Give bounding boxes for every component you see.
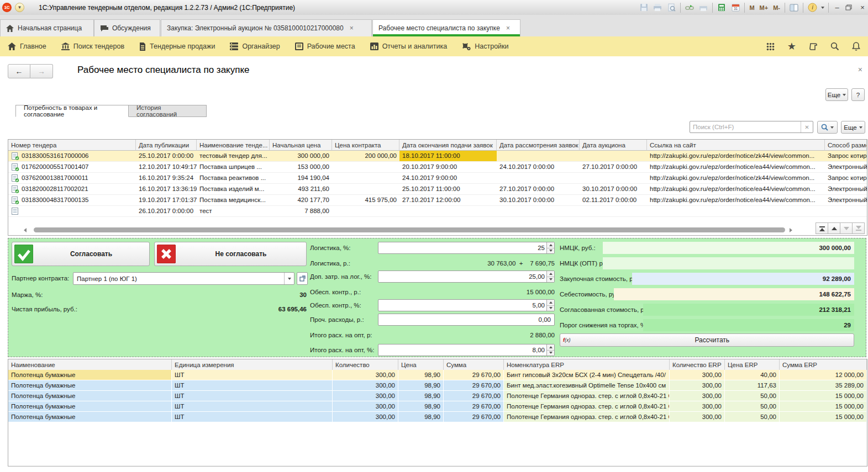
tab-close-icon[interactable]: × xyxy=(350,24,354,32)
col-erp-price[interactable]: Цена ERP xyxy=(725,359,780,370)
calculator-icon[interactable] xyxy=(717,3,727,13)
all-functions-grid-icon[interactable] xyxy=(766,43,775,51)
menu-tender-search[interactable]: Поиск тендеров xyxy=(61,43,124,50)
subtab-approval-history[interactable]: История согласований xyxy=(128,105,207,117)
item-row[interactable]: Полотенца бумажные ШТ 300,00 98,90 29 67… xyxy=(8,370,867,380)
item-row[interactable]: Полотенца бумажные ШТ 300,00 98,90 29 67… xyxy=(8,380,867,391)
col-pub-date[interactable]: Дата публикации xyxy=(136,140,197,151)
col-review-date[interactable]: Дата рассмотрения заявок xyxy=(497,140,580,151)
scroll-left-icon[interactable] xyxy=(24,228,27,232)
form-more-button[interactable]: Еще xyxy=(825,88,848,101)
horizontal-scrollbar[interactable] xyxy=(8,226,867,234)
spinner[interactable] xyxy=(546,300,554,311)
memory-subtract-button[interactable]: М- xyxy=(772,4,781,11)
extra-logistics-input[interactable]: 25,00 xyxy=(378,271,555,283)
search-input[interactable] xyxy=(690,121,801,132)
subtab-needs-approval[interactable]: Потребность в товарах и согласование xyxy=(15,105,129,117)
info-dropdown-icon[interactable] xyxy=(821,7,824,9)
tab-home[interactable]: Начальная страница xyxy=(0,19,94,36)
search-button[interactable] xyxy=(817,121,838,134)
menu-workplaces[interactable]: Рабочие места xyxy=(295,43,355,50)
item-row[interactable]: Полотенца бумажные ШТ 300,00 98,90 29 67… xyxy=(8,391,867,401)
notifications-bell-icon[interactable] xyxy=(852,42,860,51)
history-icon[interactable] xyxy=(809,43,818,51)
col-auction-date[interactable]: Дата аукциона xyxy=(580,140,647,151)
send-print-icon[interactable] xyxy=(698,3,708,13)
main-menu-dropdown-icon[interactable]: ▼ xyxy=(15,3,24,12)
favorites-star-icon[interactable]: ★ xyxy=(787,40,796,52)
info-icon[interactable]: i xyxy=(807,3,817,13)
tender-row[interactable]: 0318200028117002021 16.10.2017 13:36:19 … xyxy=(8,184,867,195)
tab-close-icon[interactable]: × xyxy=(506,24,510,32)
col-unit[interactable]: Единица измерения xyxy=(172,359,333,370)
col-name[interactable]: Наименование тенде... xyxy=(197,140,270,151)
scroll-right-icon[interactable] xyxy=(790,228,792,232)
table-more-button[interactable]: Еще xyxy=(841,121,865,134)
tender-row[interactable]: 0376200013817000011 16.10.2017 9:35:24 П… xyxy=(8,173,867,184)
menu-organizer[interactable]: Органайзер xyxy=(230,43,280,50)
go-last-row-button[interactable] xyxy=(852,222,865,234)
other-expenses-input[interactable]: 0,00 xyxy=(378,314,555,326)
print-icon[interactable] xyxy=(653,3,662,13)
search-icon[interactable] xyxy=(830,42,839,51)
col-sum[interactable]: Сумма xyxy=(444,359,504,370)
go-down-button[interactable] xyxy=(840,222,853,234)
print-preview-icon[interactable] xyxy=(666,3,676,13)
reject-button[interactable]: Не согласовать xyxy=(154,242,307,266)
split-window-icon[interactable] xyxy=(789,3,799,13)
restore-icon[interactable] xyxy=(845,4,854,10)
search-clear-icon[interactable]: ✕ xyxy=(801,121,813,132)
tab-purchase-auction[interactable]: Закупка: Электронный аукцион № 035810001… xyxy=(161,19,372,36)
menu-main[interactable]: Главное xyxy=(8,43,46,50)
menu-settings[interactable]: Настройки xyxy=(462,43,508,51)
col-method[interactable]: Способ размещ... xyxy=(825,140,867,151)
partner-select[interactable]: Партнер 1 (по ЮГ 1) xyxy=(73,272,294,285)
menu-reports[interactable]: Отчеты и аналитика xyxy=(370,43,448,50)
help-button[interactable]: ? xyxy=(851,88,865,101)
item-row[interactable]: Полотенца бумажные ШТ 300,00 98,90 29 67… xyxy=(8,412,867,422)
spinner[interactable] xyxy=(546,242,554,253)
col-item-name[interactable]: Наименование xyxy=(8,359,172,370)
item-row[interactable]: Полотенца бумажные ШТ 300,00 98,90 29 67… xyxy=(8,401,867,412)
col-qty[interactable]: Количество xyxy=(333,359,398,370)
col-erp-name[interactable]: Номенклатура ERP xyxy=(504,359,670,370)
logistics-pct-input[interactable]: 25 xyxy=(378,242,555,254)
tender-row[interactable]: 0318300531617000006 25.10.2017 0:00:00 т… xyxy=(8,151,867,162)
tender-row[interactable]: 0318300048317000135 19.10.2017 17:01:37 … xyxy=(8,195,867,206)
col-start-price[interactable]: Начальная цена xyxy=(270,140,332,151)
total-wholesale-pct-input[interactable]: 8,00 xyxy=(378,344,555,356)
col-submission-end[interactable]: Дата окончания подачи заявок xyxy=(399,140,497,151)
calculate-button[interactable]: f(x) Рассчитать xyxy=(560,333,854,347)
calendar-icon[interactable]: 31 xyxy=(730,3,740,13)
spinner[interactable] xyxy=(546,271,554,282)
col-contract-price[interactable]: Цена контракта xyxy=(332,140,399,151)
col-erp-qty[interactable]: Количество ERP xyxy=(670,359,725,370)
col-price[interactable]: Цена xyxy=(398,359,444,370)
tab-workplace[interactable]: Рабочее место специалиста по закупке × xyxy=(372,19,520,36)
forward-button[interactable]: → xyxy=(30,64,53,78)
col-erp-sum[interactable]: Сумма ERP xyxy=(780,359,867,370)
col-number[interactable]: Номер тендера xyxy=(8,140,136,151)
tender-row[interactable]: 26.10.2017 0:00:00 тест 7 888,00 xyxy=(8,206,867,217)
menu-tender-sales[interactable]: Тендерные продажи xyxy=(139,43,215,51)
link-icon[interactable] xyxy=(685,3,695,13)
save-icon[interactable] xyxy=(639,3,649,13)
back-button[interactable]: ← xyxy=(8,64,30,78)
close-icon[interactable]: × xyxy=(858,3,867,12)
spinner[interactable] xyxy=(546,344,554,356)
form-close-icon[interactable]: × xyxy=(858,65,862,74)
col-url[interactable]: Ссылка на сайт xyxy=(647,140,825,151)
scrollbar-thumb[interactable] xyxy=(34,227,785,232)
app-logo-icon[interactable]: 1С xyxy=(2,3,12,12)
memory-recall-button[interactable]: М xyxy=(749,4,755,11)
tender-row[interactable]: 0176200005517001407 12.10.2017 10:49:17 … xyxy=(8,162,867,173)
go-first-row-button[interactable] xyxy=(816,222,828,234)
approve-button[interactable]: Согласовать xyxy=(12,242,150,266)
minimize-icon[interactable]: – xyxy=(833,3,841,12)
go-up-button[interactable] xyxy=(828,222,840,234)
search-field[interactable]: ✕ xyxy=(690,121,813,133)
contract-security-pct-input[interactable]: 5,00 xyxy=(378,299,555,311)
partner-open-button[interactable] xyxy=(297,272,308,285)
dropdown-icon[interactable] xyxy=(284,273,294,284)
memory-add-button[interactable]: М+ xyxy=(759,4,769,11)
